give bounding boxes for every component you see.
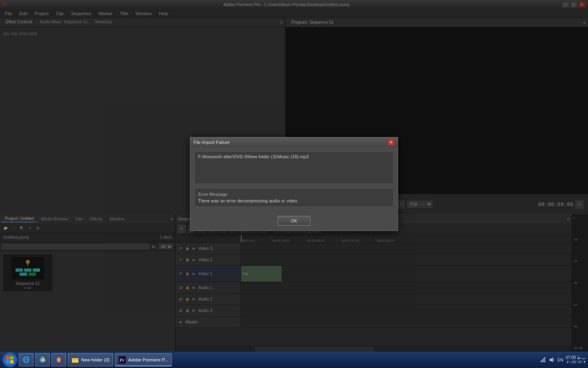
taskbar: New folder (3) Pr Adobe Premiere P... EN…	[0, 352, 588, 368]
dialog-ok-button[interactable]: OK	[278, 216, 310, 226]
svg-rect-9	[10, 356, 13, 359]
clock-time: 07:00 ب.ظ	[566, 355, 586, 360]
clock-area: 07:00 ب.ظ ۲۰۱۴/۰۲/۰۴	[566, 355, 586, 364]
ie-icon	[22, 356, 30, 364]
svg-rect-24	[541, 361, 541, 362]
dialog-filepath: F:\Amozesh after\DVD-9\New folder (3)\Mu…	[194, 151, 394, 184]
taskbar-app-chrome[interactable]	[35, 353, 50, 366]
svg-rect-26	[543, 358, 544, 362]
volume-icon	[549, 357, 555, 363]
file-import-failure-dialog: File Import Failure ✕ F:\Amozesh after\D…	[190, 137, 398, 231]
svg-rect-25	[542, 359, 543, 362]
clock-date: ۲۰۱۴/۰۲/۰۴	[566, 360, 586, 364]
premiere-label: Adobe Premiere P...	[128, 357, 168, 362]
dialog-titlebar: File Import Failure ✕	[190, 137, 398, 147]
start-button[interactable]	[2, 352, 17, 367]
taskbar-app-ie[interactable]	[19, 353, 33, 366]
svg-rect-11	[10, 360, 13, 364]
dialog-footer: OK	[190, 211, 398, 231]
dialog-error-section: Error Message There was an error decompr…	[194, 188, 394, 207]
network-icon	[540, 357, 546, 363]
chrome-icon	[39, 356, 46, 364]
svg-point-18	[42, 359, 43, 361]
svg-rect-10	[6, 360, 9, 364]
explorer-icon	[71, 356, 79, 364]
svg-rect-27	[544, 357, 545, 362]
taskbar-app-firefox[interactable]	[51, 353, 66, 366]
dialog-title: File Import Failure	[194, 140, 230, 145]
language-indicator: EN	[558, 358, 564, 362]
svg-marker-28	[550, 357, 553, 362]
svg-text:Pr: Pr	[120, 358, 125, 363]
svg-rect-8	[6, 356, 9, 359]
svg-point-20	[58, 359, 60, 361]
dialog-error-text: There was an error decompressing audio o…	[198, 198, 390, 203]
premiere-icon: Pr	[118, 356, 126, 364]
taskbar-app-explorer[interactable]: New folder (3)	[68, 353, 113, 366]
taskbar-right: EN 07:00 ب.ظ ۲۰۱۴/۰۲/۰۴	[540, 355, 586, 364]
dialog-close-button[interactable]: ✕	[388, 139, 394, 146]
dialog-error-label: Error Message	[198, 192, 390, 197]
taskbar-app-premiere[interactable]: Pr Adobe Premiere P...	[115, 353, 172, 366]
explorer-label: New folder (3)	[81, 357, 109, 362]
dialog-overlay: File Import Failure ✕ F:\Amozesh after\D…	[0, 0, 588, 368]
dialog-body: F:\Amozesh after\DVD-9\New folder (3)\Mu…	[190, 147, 398, 211]
firefox-icon	[55, 356, 62, 364]
